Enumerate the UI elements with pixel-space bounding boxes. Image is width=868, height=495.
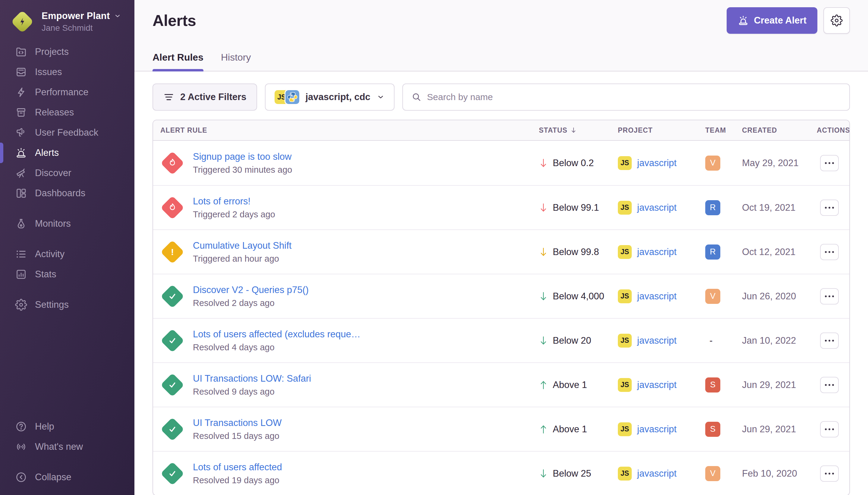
team-avatar: R (705, 200, 720, 215)
create-alert-button[interactable]: Create Alert (727, 7, 817, 34)
alert-rule-link[interactable]: UI Transactions LOW (193, 417, 282, 428)
table-row: !Cumulative Layout ShiftTriggered an hou… (153, 229, 849, 274)
sidebar-item-collapse[interactable]: Collapse (0, 467, 135, 487)
table-row: Lots of users affected (excludes reque…R… (153, 318, 849, 362)
team-avatar: V (705, 289, 720, 304)
org-info: Empower Plant Jane Schmidt (41, 11, 121, 33)
alert-rule-link[interactable]: Cumulative Layout Shift (193, 240, 292, 251)
column-status[interactable]: STATUS (539, 126, 618, 134)
row-actions-button[interactable] (820, 155, 839, 171)
sidebar-item-dashboards[interactable]: Dashboards (0, 183, 135, 203)
filter-icon (163, 92, 174, 102)
settings-button[interactable] (823, 7, 850, 34)
search-icon (411, 92, 422, 102)
sidebar-item-stats[interactable]: Stats (0, 264, 135, 284)
alert-rule-link[interactable]: Lots of errors! (193, 196, 275, 207)
resolved-badge (160, 417, 184, 441)
project-link[interactable]: javascript (637, 335, 677, 346)
sidebar-item-activity[interactable]: Activity (0, 244, 135, 264)
project-badges: JS (275, 90, 299, 104)
flask-icon (15, 218, 27, 230)
alert-rule-cell: UI Transactions LOW: SafariResolved 9 da… (160, 373, 539, 397)
sidebar-item-monitors[interactable]: Monitors (0, 214, 135, 234)
project-filter-label: javascript, cdc (305, 92, 370, 102)
tab-bar: Alert Rules History (153, 52, 850, 71)
project-filter-dropdown[interactable]: JS javascript, cdc (265, 84, 394, 110)
table-header-row: ALERT RULE STATUS PROJECT TEAM CREATED A… (153, 120, 849, 141)
table-row: Discover V2 - Queries p75()Resolved 2 da… (153, 274, 849, 318)
table-body: Signup page is too slowTriggered 30 minu… (153, 141, 849, 495)
row-actions-button[interactable] (820, 288, 839, 305)
project-cell: JSjavascript (618, 422, 705, 436)
sidebar-item-label: Releases (35, 107, 74, 118)
sidebar-item-projects[interactable]: Projects (0, 41, 135, 62)
status-cell: Below 0.2 (539, 158, 618, 169)
team-cell: - (705, 335, 742, 346)
sidebar-item-issues[interactable]: Issues (0, 62, 135, 82)
projects-icon (15, 46, 27, 58)
created-date: Feb 10, 2020 (742, 468, 817, 479)
sort-arrow-down-icon (570, 126, 577, 134)
project-cell: JSjavascript (618, 467, 705, 480)
sidebar-item-alerts[interactable]: Alerts (0, 142, 135, 163)
resolved-badge (160, 284, 184, 308)
sidebar-item-what-s-new[interactable]: What's new (0, 437, 135, 457)
sidebar-item-label: Discover (35, 168, 71, 178)
project-link[interactable]: javascript (637, 379, 677, 390)
project-link[interactable]: javascript (637, 158, 677, 169)
alert-rule-cell: Lots of users affected (excludes reque…R… (160, 329, 539, 353)
active-filters-button[interactable]: 2 Active Filters (153, 84, 257, 110)
sidebar-item-discover[interactable]: Discover (0, 163, 135, 183)
status-cell: Below 99.8 (539, 246, 618, 257)
alert-rule-detail: Triggered an hour ago (193, 254, 292, 264)
alert-rule-link[interactable]: UI Transactions LOW: Safari (193, 373, 311, 384)
arrow-down-icon (539, 336, 548, 346)
arrow-down-icon (539, 203, 548, 213)
sidebar-item-help[interactable]: Help (0, 416, 135, 437)
project-cell: JSjavascript (618, 378, 705, 392)
javascript-icon: JS (618, 201, 632, 215)
tab-history[interactable]: History (221, 52, 251, 71)
search-box (402, 84, 850, 110)
sidebar-item-label: Activity (35, 249, 65, 259)
alert-rule-link[interactable]: Discover V2 - Queries p75() (193, 285, 309, 295)
fire-icon (167, 202, 178, 214)
project-cell: JSjavascript (618, 245, 705, 259)
broadcast-icon (15, 441, 27, 453)
row-actions-button[interactable] (820, 421, 839, 438)
user-name: Jane Schmidt (41, 23, 121, 33)
sidebar-item-releases[interactable]: Releases (0, 102, 135, 122)
row-actions-button[interactable] (820, 332, 839, 349)
dashboards-icon (15, 187, 27, 199)
tab-alert-rules[interactable]: Alert Rules (153, 52, 204, 71)
sidebar-nav: ProjectsIssuesPerformanceReleasesUser Fe… (0, 41, 135, 315)
created-date: May 29, 2021 (742, 158, 817, 169)
row-actions-button[interactable] (820, 465, 839, 482)
alert-rule-detail: Triggered 30 minutes ago (193, 165, 292, 175)
sidebar-item-performance[interactable]: Performance (0, 82, 135, 102)
chevron-down-icon (114, 12, 121, 20)
alert-rule-link[interactable]: Lots of users affected (193, 462, 282, 473)
chevron-down-icon (377, 93, 385, 101)
alert-rule-link[interactable]: Lots of users affected (excludes reque… (193, 329, 361, 340)
sidebar-item-settings[interactable]: Settings (0, 294, 135, 315)
org-switcher[interactable]: Empower Plant Jane Schmidt (0, 0, 135, 33)
search-input[interactable] (427, 92, 841, 102)
alert-rule-link[interactable]: Signup page is too slow (193, 151, 292, 162)
project-link[interactable]: javascript (637, 202, 677, 213)
user-feedback-icon (15, 126, 27, 139)
row-actions-button[interactable] (820, 377, 839, 393)
project-link[interactable]: javascript (637, 246, 677, 257)
filter-bar: 2 Active Filters JS javascript, cdc (153, 84, 850, 110)
status-threshold: Above 1 (553, 379, 587, 390)
javascript-icon: JS (618, 378, 632, 392)
row-actions-button[interactable] (820, 244, 839, 260)
project-link[interactable]: javascript (637, 291, 677, 302)
project-link[interactable]: javascript (637, 424, 677, 435)
table-row: UI Transactions LOWResolved 15 days agoA… (153, 407, 849, 451)
alert-rule-cell: Discover V2 - Queries p75()Resolved 2 da… (160, 284, 539, 308)
row-actions-button[interactable] (820, 200, 839, 216)
sidebar-item-user-feedback[interactable]: User Feedback (0, 122, 135, 142)
create-alert-label: Create Alert (754, 15, 806, 26)
project-link[interactable]: javascript (637, 468, 677, 479)
